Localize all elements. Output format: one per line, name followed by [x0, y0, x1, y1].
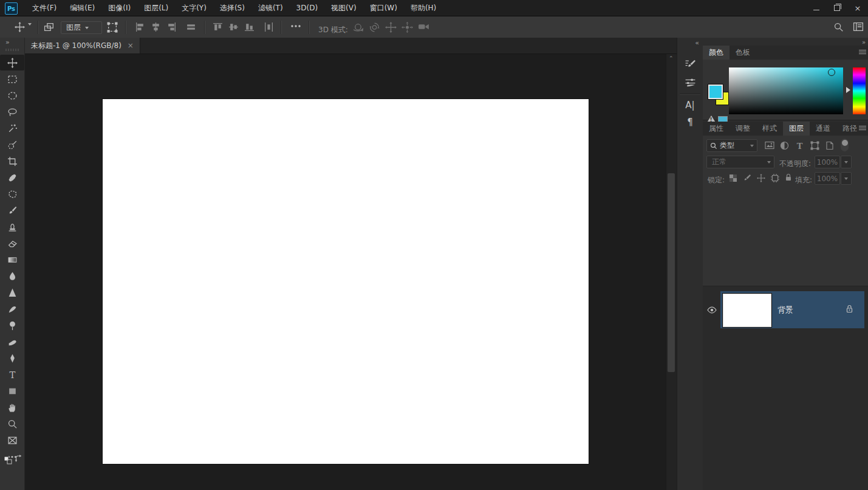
3d-slide-icon[interactable]	[402, 22, 413, 33]
rectangular-marquee-tool[interactable]	[1, 71, 23, 87]
filter-type-layers-icon[interactable]: T	[795, 141, 804, 150]
distribute-horizontal-icon[interactable]	[264, 22, 274, 32]
menu-view[interactable]: 视图(V)	[324, 0, 363, 16]
patch-tool[interactable]	[1, 186, 23, 202]
close-button[interactable]: ×	[847, 0, 868, 16]
dock-collapse-icon[interactable]: «	[695, 39, 698, 47]
scrollbar-up-icon[interactable]: ⌃	[669, 55, 674, 61]
lock-all-icon[interactable]	[784, 173, 793, 182]
menu-file[interactable]: 文件(F)	[26, 0, 63, 16]
menu-filter[interactable]: 滤镜(T)	[251, 0, 290, 16]
layer-filter-toggle[interactable]	[841, 139, 849, 151]
more-align-options-icon[interactable]	[290, 24, 301, 28]
auto-select-icon[interactable]	[44, 22, 55, 32]
filter-shape-layers-icon[interactable]	[810, 141, 819, 150]
menu-type[interactable]: 文字(Y)	[175, 0, 213, 16]
document-tab[interactable]: 未标题-1 @ 100%(RGB/8) ×	[25, 38, 140, 53]
layer-visibility-cell[interactable]	[703, 291, 721, 328]
tab-properties[interactable]: 属性	[703, 122, 730, 136]
auto-select-target-dropdown[interactable]: 图层	[61, 21, 102, 34]
elliptical-marquee-tool[interactable]	[1, 88, 23, 103]
type-tool[interactable]: T	[1, 367, 23, 382]
filter-adjustment-layers-icon[interactable]	[780, 141, 789, 150]
layer-row-background[interactable]: 背景	[720, 291, 864, 328]
document-tab-close-icon[interactable]: ×	[128, 41, 134, 50]
move-tool[interactable]	[0, 55, 24, 71]
pen-tool[interactable]	[1, 350, 23, 366]
foreground-color-well[interactable]	[708, 85, 723, 99]
gradient-tool[interactable]	[1, 252, 23, 267]
clone-stamp-tool[interactable]	[1, 219, 23, 235]
frame-tool[interactable]	[1, 432, 23, 448]
workspace-switcher-icon[interactable]	[853, 22, 864, 32]
zoom-tool[interactable]	[1, 416, 23, 432]
search-icon[interactable]	[833, 22, 844, 32]
3d-pan-icon[interactable]	[385, 22, 397, 33]
rectangle-tool[interactable]	[1, 383, 23, 399]
menu-3d[interactable]: 3D(D)	[290, 0, 324, 16]
canvas-pasteboard[interactable]	[25, 54, 678, 490]
magic-wand-tool[interactable]	[1, 120, 23, 136]
crop-tool[interactable]	[1, 153, 23, 169]
menu-edit[interactable]: 编辑(E)	[63, 0, 101, 16]
tab-layers[interactable]: 图层	[783, 122, 810, 136]
align-right-edges-icon[interactable]	[166, 22, 177, 32]
filter-smart-objects-icon[interactable]	[825, 141, 834, 150]
color-panel-menu-icon[interactable]	[859, 50, 866, 55]
layer-thumbnail[interactable]	[723, 294, 771, 327]
align-left-edges-icon[interactable]	[135, 22, 145, 32]
quick-selection-tool[interactable]	[1, 137, 23, 153]
layers-panel-menu-icon[interactable]	[859, 126, 866, 131]
layer-filter-type-dropdown[interactable]: 类型	[706, 139, 757, 152]
document-canvas[interactable]	[103, 99, 589, 464]
brush-tool[interactable]	[1, 202, 23, 218]
menu-window[interactable]: 窗口(W)	[363, 0, 404, 16]
minimize-button[interactable]	[806, 0, 827, 16]
lock-transparent-pixels-icon[interactable]	[729, 174, 737, 182]
3d-roll-icon[interactable]	[369, 22, 380, 33]
sharpen-tool[interactable]	[1, 285, 23, 300]
lock-position-icon[interactable]	[757, 174, 765, 182]
opacity-dropdown-button[interactable]	[841, 156, 852, 168]
3d-camera-icon[interactable]	[418, 22, 430, 32]
default-colors-icon[interactable]	[4, 456, 12, 464]
align-top-edges-icon[interactable]	[213, 22, 223, 32]
tool-preset-caret[interactable]	[28, 26, 32, 37]
align-bottom-edges-icon[interactable]	[244, 22, 255, 32]
toolbar-grip[interactable]	[5, 49, 19, 51]
fill-dropdown-button[interactable]	[841, 172, 852, 185]
hand-tool[interactable]	[1, 399, 23, 415]
align-horizontal-centers-icon[interactable]	[151, 22, 161, 32]
paragraph-panel-icon[interactable]: ¶	[680, 114, 700, 130]
scrollbar-thumb[interactable]	[668, 173, 675, 372]
lock-image-pixels-icon[interactable]	[743, 174, 751, 182]
toolbar-collapse-icon[interactable]: »	[5, 38, 9, 46]
lasso-tool[interactable]	[1, 104, 23, 120]
align-vertical-centers-icon[interactable]	[228, 22, 239, 32]
lock-artboard-icon[interactable]	[771, 174, 779, 182]
filter-pixel-layers-icon[interactable]	[765, 141, 774, 150]
dodge-tool[interactable]	[1, 317, 23, 333]
show-transform-controls-icon[interactable]	[107, 22, 118, 33]
menu-help[interactable]: 帮助(H)	[404, 0, 443, 16]
align-justify-icon[interactable]	[186, 22, 196, 32]
spot-healing-brush-tool[interactable]	[1, 170, 23, 185]
character-panel-icon[interactable]: A|	[680, 97, 700, 113]
menu-layer[interactable]: 图层(L)	[137, 0, 175, 16]
opacity-field[interactable]: 100%	[815, 156, 840, 168]
brush-presets-panel-icon[interactable]	[680, 56, 700, 72]
tab-color[interactable]: 颜色	[703, 46, 730, 60]
burn-tool[interactable]	[1, 334, 23, 350]
3d-orbit-icon[interactable]	[352, 22, 364, 33]
menu-select[interactable]: 选择(S)	[213, 0, 251, 16]
eraser-tool[interactable]	[1, 235, 23, 251]
smudge-tool[interactable]	[1, 301, 23, 317]
color-picker-marker[interactable]	[828, 69, 835, 76]
canvas-vertical-scrollbar[interactable]: ⌃	[666, 54, 677, 490]
swap-colors-icon[interactable]	[15, 455, 22, 463]
panel-dock-expand-icon[interactable]: »	[862, 39, 864, 46]
tab-swatches[interactable]: 色板	[730, 46, 756, 60]
blend-mode-dropdown[interactable]: 正常	[706, 156, 774, 168]
fill-field[interactable]: 100%	[815, 172, 840, 185]
tab-channels[interactable]: 通道	[810, 122, 836, 136]
